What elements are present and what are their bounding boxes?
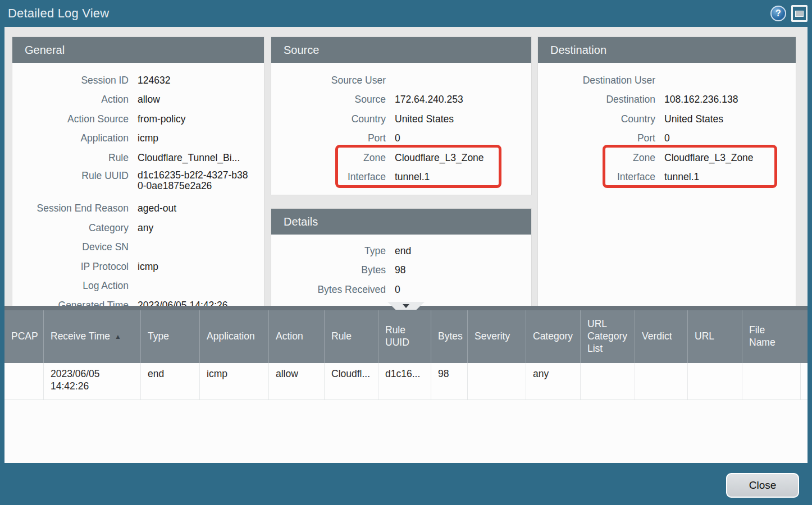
column-label: URL	[695, 330, 714, 343]
field-source-country: CountryUnited States	[271, 109, 531, 129]
field-value: aged-out	[129, 203, 252, 214]
field-rule: RuleCloudflare_Tunnel_Bi...	[12, 148, 264, 168]
panel-details: Details Typeend Bytes98 Bytes Received0	[271, 209, 531, 306]
window-glyph	[795, 11, 804, 17]
cell-application: icmp	[200, 363, 269, 400]
field-label: Action Source	[12, 113, 129, 125]
panel-details-body: Typeend Bytes98 Bytes Received0	[271, 235, 531, 306]
column-label: Receive Time	[51, 330, 110, 343]
field-value: 108.162.236.138	[655, 94, 738, 105]
field-value: 0	[386, 284, 400, 295]
field-value: United States	[386, 114, 454, 125]
cell-category: any	[526, 363, 581, 400]
field-log-action: Log Action	[12, 277, 264, 296]
column-header-url-category-list[interactable]: URL Category List	[581, 310, 635, 363]
dialog-titlebar: Detailed Log View ?	[0, 0, 812, 27]
field-label: Source User	[271, 75, 386, 86]
field-label: Bytes Received	[271, 284, 386, 296]
cell-file-name	[742, 363, 801, 400]
field-destination-country: CountryUnited States	[538, 109, 796, 129]
detailed-log-view-dialog: Detailed Log View ? General Session ID12…	[0, 0, 812, 505]
field-value: Cloudflare_L3_Zone	[386, 153, 484, 163]
field-destination-user: Destination User	[538, 71, 796, 90]
field-value: icmp	[129, 261, 252, 272]
help-glyph: ?	[775, 8, 781, 19]
field-value: 2023/06/05 14:42:26	[129, 300, 252, 306]
field-value: 124632	[129, 75, 252, 86]
sort-asc-icon: ▲	[115, 333, 121, 341]
panel-details-header: Details	[271, 209, 531, 235]
cell-severity	[468, 363, 526, 400]
field-value: 0	[655, 133, 670, 144]
field-destination: Destination108.162.236.138	[538, 90, 796, 110]
column-header-bytes[interactable]: Bytes	[431, 310, 468, 363]
field-rule-uuid: Rule UUIDd1c16235-b2f2-4327-b380-0ae1875…	[12, 168, 264, 199]
column-label: Severity	[475, 330, 510, 343]
column-header-rule[interactable]: Rule	[325, 310, 378, 363]
column-header-file-name[interactable]: File Name	[742, 310, 801, 363]
field-label: Rule UUID	[12, 170, 129, 182]
panel-destination-body: Destination User Destination108.162.236.…	[538, 63, 796, 306]
field-label: Application	[12, 132, 129, 144]
field-value: d1c16235-b2f2-4327-b380-0ae1875e2a26	[129, 170, 252, 192]
panel-source: Source Source User Source172.64.240.253 …	[271, 37, 531, 195]
column-header-verdict[interactable]: Verdict	[635, 310, 688, 363]
column-header-type[interactable]: Type	[141, 310, 200, 363]
field-label: Type	[271, 245, 386, 257]
field-value: 172.64.240.253	[386, 94, 463, 105]
field-label: Device SN	[12, 241, 129, 253]
field-label: Interface	[538, 171, 655, 183]
field-action-source: Action Sourcefrom-policy	[12, 109, 264, 129]
field-value: tunnel.1	[386, 172, 430, 182]
column-header-application[interactable]: Application	[200, 310, 269, 363]
help-icon[interactable]: ?	[770, 6, 786, 21]
table-header-row: PCAP Receive Time▲ Type Application Acti…	[4, 310, 808, 363]
table-row[interactable]: 2023/06/05 14:42:26 end icmp allow Cloud…	[4, 363, 808, 400]
field-label: Zone	[538, 152, 655, 164]
column-header-url[interactable]: URL	[688, 310, 742, 363]
field-value: end	[386, 246, 411, 256]
field-destination-zone: ZoneCloudflare_L3_Zone	[538, 148, 796, 168]
cell-bytes: 98	[431, 363, 468, 400]
log-detail-panels: General Session ID124632 Actionallow Act…	[4, 27, 808, 306]
field-source-port: Port0	[271, 129, 531, 149]
column-header-receive-time[interactable]: Receive Time▲	[44, 310, 141, 363]
close-button[interactable]: Close	[726, 473, 799, 498]
panel-table-splitter	[4, 306, 808, 310]
column-label: Rule	[331, 330, 352, 343]
column-header-category[interactable]: Category	[526, 310, 581, 363]
column-label: Action	[276, 330, 303, 343]
field-label: Rule	[12, 152, 129, 164]
log-table: PCAP Receive Time▲ Type Application Acti…	[4, 310, 808, 463]
column-header-rule-uuid[interactable]: Rule UUID	[378, 310, 431, 363]
column-label: Application	[207, 330, 255, 343]
field-label: IP Protocol	[12, 261, 129, 273]
field-ip-protocol: IP Protocolicmp	[12, 257, 264, 277]
field-value: 0	[386, 133, 400, 144]
field-destination-port: Port0	[538, 129, 796, 149]
cell-url	[688, 363, 742, 400]
panel-source-body: Source User Source172.64.240.253 Country…	[271, 63, 531, 195]
field-label: Session ID	[12, 75, 129, 86]
column-header-action[interactable]: Action	[269, 310, 325, 363]
column-label: Category	[533, 330, 573, 343]
panel-general: General Session ID124632 Actionallow Act…	[12, 37, 264, 306]
field-label: Log Action	[12, 280, 129, 292]
field-label: Action	[12, 94, 129, 105]
column-header-pcap[interactable]: PCAP	[4, 310, 44, 363]
field-source: Source172.64.240.253	[271, 90, 531, 110]
cell-receive-time: 2023/06/05 14:42:26	[44, 363, 141, 400]
cell-rule: Cloudfl...	[325, 363, 378, 400]
field-label: Generated Time	[12, 300, 129, 306]
field-label: Country	[538, 113, 655, 125]
field-session-end-reason: Session End Reasonaged-out	[12, 199, 264, 219]
field-type: Typeend	[271, 241, 531, 261]
column-header-severity[interactable]: Severity	[468, 310, 526, 363]
column-label: Rule UUID	[385, 324, 425, 349]
maximize-window-icon[interactable]	[791, 5, 808, 22]
collapse-handle[interactable]	[387, 302, 425, 310]
field-label: Country	[271, 113, 386, 125]
field-value: 98	[386, 265, 405, 276]
field-label: Category	[12, 222, 129, 234]
field-category: Categoryany	[12, 218, 264, 238]
